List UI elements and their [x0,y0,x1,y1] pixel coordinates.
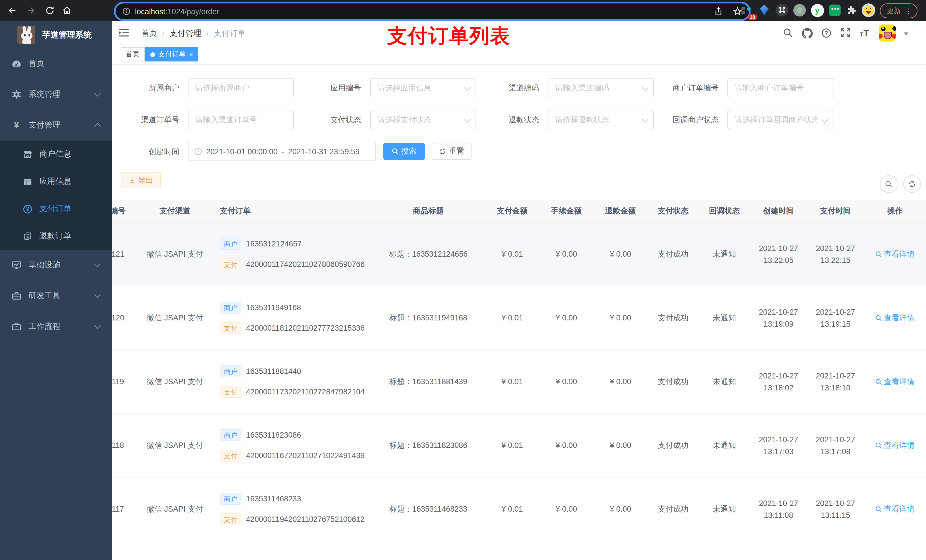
toggle-search-button[interactable] [880,175,897,193]
view-detail-link[interactable]: 查看详情 [875,313,915,323]
col-amount: 支付金额 [485,200,539,222]
search-button[interactable]: 搜索 [383,143,425,160]
extension-y-icon[interactable]: y [810,3,825,18]
merchant-order-no: 1635311881440 [246,367,301,376]
sidebar-item-refund-order[interactable]: 退款订单 [0,222,112,250]
extension-chat-icon[interactable] [828,3,842,18]
date-end: 2021-10-31 23:59:59 [288,147,360,155]
export-button-label: 导出 [138,175,153,185]
cell-refund: ¥ 0.00 [593,477,648,540]
channel-code-input[interactable] [548,78,654,97]
home-icon[interactable] [61,4,73,17]
cell-fee: ¥ 0.00 [539,286,593,349]
export-button[interactable]: 导出 [121,172,160,189]
channel-code-select[interactable] [548,78,654,97]
help-icon[interactable]: ? [821,28,831,41]
tab-home[interactable]: 首页 [121,47,145,62]
kebab-icon[interactable]: ⋮ [905,7,912,15]
search-icon[interactable] [783,28,793,40]
caret-down-icon[interactable] [904,32,908,35]
close-icon[interactable]: × [189,51,193,58]
cell-created: 2021-10-2713:17:03 [750,414,807,477]
breadcrumb-home[interactable]: 首页 [141,29,157,39]
forward-icon[interactable] [24,4,38,17]
tab-pay-order[interactable]: 支付订单 × [145,47,198,62]
sidebar-item-system[interactable]: 系统管理 [0,79,112,110]
channel-order-no-input[interactable] [188,110,294,129]
merchant-input[interactable] [188,78,294,97]
cell-status: 支付成功 [648,477,699,540]
avatar[interactable] [879,24,896,42]
date-range-input[interactable]: 2021-10-01 00:00:00 - 2021-10-31 23:59:5… [188,142,376,161]
info-icon[interactable] [123,8,130,15]
refund-status-select[interactable] [548,110,654,129]
fullscreen-icon[interactable] [841,28,850,40]
browser-profile-avatar[interactable] [861,3,876,18]
back-icon[interactable] [6,4,19,17]
merchant-order-no-input[interactable] [727,78,833,97]
sidebar-item-label: 支付管理 [29,120,61,130]
sidebar-item-payment[interactable]: ¥ 支付管理 [0,110,112,140]
extensions-puzzle-icon[interactable] [844,3,859,18]
cell-fee [539,541,593,560]
field-label-channel-order-no: 渠道订单号 [111,115,179,125]
share-icon[interactable] [714,7,723,16]
sidebar-item-workflow[interactable]: 工作流程 [0,311,112,342]
cell-notify: 未通知 [699,286,750,349]
font-size-icon[interactable]: TT [860,29,869,38]
cell-amount: ¥ 0.01 [485,477,539,540]
sidebar-item-merchant-info[interactable]: 商户信息 [0,140,112,168]
hamburger-fold-icon[interactable] [118,29,129,39]
extension-command-icon[interactable] [775,3,789,18]
view-detail-link[interactable]: 查看详情 [875,376,915,387]
document-icon [23,232,32,241]
view-detail-link[interactable]: 查看详情 [875,504,915,514]
gear-icon [11,89,22,100]
refresh-table-button[interactable] [903,175,921,193]
sidebar-item-pay-order[interactable]: ¥ 支付订单 [0,195,112,222]
sidebar-item-label: 退款订单 [39,231,71,241]
notify-status-input[interactable] [727,110,833,129]
yen-icon: ¥ [11,121,22,130]
pay-status-select[interactable] [370,110,476,129]
app-select-input[interactable] [370,78,476,97]
sidebar-item-app-info[interactable]: 应用信息 [0,168,112,195]
view-detail-link[interactable]: 查看详情 [875,440,915,450]
extension-tiles-icon[interactable]: 10 [738,3,754,18]
refund-status-input[interactable] [548,110,654,129]
magnifier-icon [875,251,882,258]
magnifier-icon [875,378,882,385]
sidebar-item-home[interactable]: 首页 [0,48,112,79]
sidebar-item-label: 系统管理 [29,89,61,100]
col-channel: 支付渠道 [138,200,212,222]
github-icon[interactable] [802,28,813,41]
app-logo[interactable]: 芋道管理系统 [0,21,112,48]
chevron-down-icon [94,322,101,329]
reset-button[interactable]: 重置 [432,143,472,160]
table-row: 120 微信 JSAPI 支付 商户1635311949168 支付420000… [112,286,926,350]
extension-record-icon[interactable] [792,3,807,18]
pay-status-input[interactable] [370,110,476,129]
sidebar-item-devtools[interactable]: 研发工具 [0,281,112,311]
cell-channel: 微信 JSAPI 支付 [138,286,212,349]
pay-order-no: 4200001173202110272847982104 [246,388,365,396]
address-bar[interactable]: localhost:1024/pay/order [114,2,750,21]
extension-gem-icon[interactable] [757,3,772,18]
reload-icon[interactable] [43,4,56,17]
grid-icon [23,177,32,186]
app-select[interactable] [370,78,476,97]
notify-status-select[interactable] [727,110,833,129]
screen: localhost:1024/pay/order 10 y 更新 ⋮ [0,0,926,560]
browser-update-button[interactable]: 更新 ⋮ [880,3,917,18]
orders-table: 编号 支付渠道 支付订单 商品标题 支付金额 手续金额 退款金额 支付状态 回调… [112,200,926,560]
pay-tag: 支付 [220,386,242,398]
breadcrumb-current: 支付订单 [214,29,246,39]
tab-label: 支付订单 [158,50,186,59]
yen-circle-icon: ¥ [23,204,32,214]
breadcrumb-payment[interactable]: 支付管理 [169,29,201,39]
shop-icon [23,149,32,159]
cell-amount: ¥ 0.01 [485,286,539,349]
sidebar-item-infra[interactable]: 基础设施 [0,250,112,281]
field-label-merchant: 所属商户 [111,83,179,93]
view-detail-link[interactable]: 查看详情 [875,249,915,259]
